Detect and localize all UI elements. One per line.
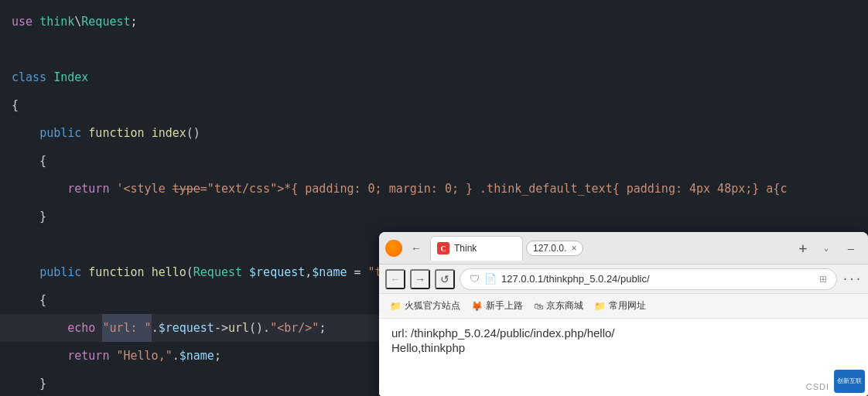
bookmark-common-icon: 📁: [594, 301, 606, 312]
address-bar-row: ← → ↺ 🛡 📄 127.0.0.1/thinkphp_5.0.24/publ…: [379, 265, 868, 294]
addr-back-button[interactable]: ←: [385, 269, 405, 289]
more-icon: ···: [842, 273, 861, 285]
tab-label: Think: [454, 243, 477, 254]
addr-refresh-button[interactable]: ↺: [435, 269, 455, 289]
tab-url-text: 127.0.0.: [533, 243, 566, 254]
tab-strip: C Think 127.0.0. ×: [430, 236, 789, 261]
new-tab-icon: +: [799, 240, 808, 256]
bookmark-jd[interactable]: 🛍 京东商城: [529, 298, 588, 314]
tabs-chevron[interactable]: ⌄: [817, 239, 836, 258]
active-tab[interactable]: C Think: [430, 236, 523, 261]
browser-content: url: /thinkphp_5.0.24/public/index.php/h…: [379, 319, 868, 396]
new-tab-button[interactable]: +: [794, 239, 812, 258]
firefox-icon-container: [385, 240, 402, 257]
code-line-return-style: return '<style type="text/css">*{ paddin…: [0, 175, 868, 203]
tab-c-icon: C: [437, 242, 449, 254]
back-button[interactable]: ←: [407, 239, 425, 258]
browser-titlebar: ← C Think 127.0.0. × + ⌄ —: [379, 232, 868, 265]
chuangxin-logo: 创新互联: [834, 370, 865, 393]
address-field[interactable]: 🛡 📄 127.0.0.1/thinkphp_5.0.24/public/ ⊞: [460, 268, 837, 290]
tab-close-button[interactable]: ×: [571, 243, 576, 254]
bookmark-firefox-icon: 🦊: [471, 301, 483, 312]
bookmark-getting-started-label: 新手上路: [486, 299, 523, 312]
firefox-icon: [385, 240, 402, 257]
content-url-line: url: /thinkphp_5.0.24/public/index.php/h…: [391, 326, 856, 340]
code-line-class: class Index: [0, 63, 868, 91]
minimize-icon: —: [848, 242, 854, 254]
bookmark-jd-label: 京东商城: [546, 299, 583, 312]
bookmark-folder-icon: 📁: [390, 301, 402, 312]
page-icon: 📄: [484, 273, 497, 285]
csdi-watermark: CSDI: [806, 382, 829, 391]
minimize-button[interactable]: —: [840, 237, 862, 259]
back-icon: ←: [411, 242, 422, 254]
code-line-open-brace: {: [0, 91, 868, 119]
shield-icon: 🛡: [470, 273, 480, 285]
namespace: think: [39, 8, 74, 36]
more-button[interactable]: ···: [842, 269, 862, 289]
tab-url-pill[interactable]: 127.0.0. ×: [526, 241, 583, 256]
addr-forward-button[interactable]: →: [410, 269, 430, 289]
bookmarks-bar: 📁 火狐官方站点 🦊 新手上路 🛍 京东商城 📁 常用网址: [379, 294, 868, 319]
content-hello-line: Hello,thinkphp: [391, 341, 856, 354]
bookmark-jd-icon: 🛍: [534, 301, 543, 312]
bookmark-getting-started[interactable]: 🦊 新手上路: [466, 298, 528, 314]
reader-icon: ⊞: [819, 274, 827, 285]
bookmark-common-label: 常用网址: [609, 299, 646, 312]
browser-window: ← C Think 127.0.0. × + ⌄ —: [379, 232, 868, 396]
chevron-down-icon: ⌄: [824, 243, 829, 253]
bookmark-common[interactable]: 📁 常用网址: [589, 298, 651, 314]
code-line-blank1: [0, 36, 868, 63]
window-controls: —: [840, 237, 862, 259]
logo-text: 创新互联: [837, 377, 862, 385]
bookmark-firefox-official[interactable]: 📁 火狐官方站点: [385, 298, 465, 314]
keyword-use: use: [12, 8, 39, 36]
logo-line1: 创新互联: [837, 377, 862, 385]
code-line-1: use think\Request;: [0, 8, 868, 36]
bookmark-firefox-label: 火狐官方站点: [405, 299, 460, 312]
code-line-fn-index: public function index(): [0, 119, 868, 147]
address-text: 127.0.0.1/thinkphp_5.0.24/public/: [501, 273, 815, 285]
code-line-index-open: {: [0, 147, 868, 175]
code-line-index-close: }: [0, 203, 868, 230]
